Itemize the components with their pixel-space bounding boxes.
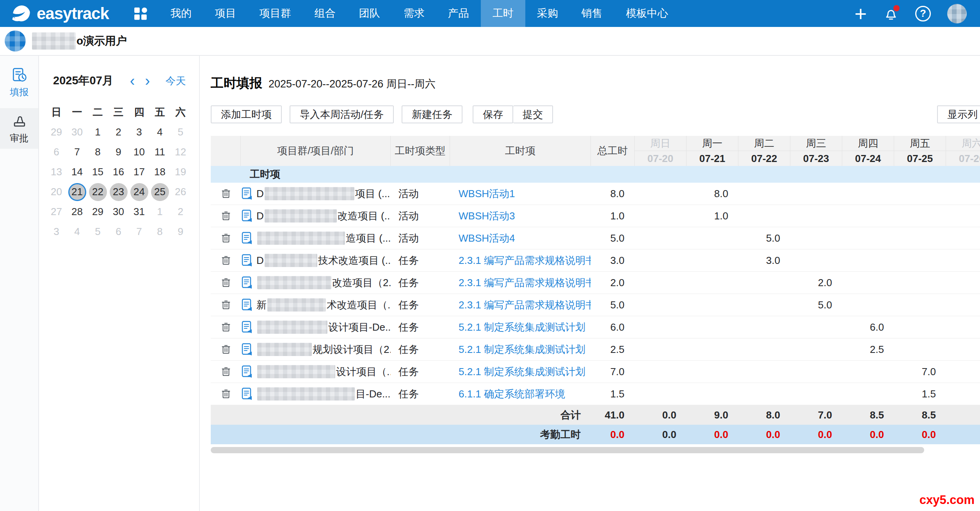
delete-row-button[interactable] <box>220 232 232 244</box>
nav-item-模板中心[interactable]: 模板中心 <box>614 0 680 27</box>
toolbar-button-提交[interactable]: 提交 <box>513 105 553 123</box>
sidebar-item-approval[interactable]: 审批 <box>0 108 38 149</box>
calendar-day[interactable]: 26 <box>170 182 191 202</box>
apps-grid-icon[interactable] <box>133 6 148 21</box>
calendar-prev-icon[interactable]: ‹ <box>130 75 135 87</box>
calendar-day[interactable]: 12 <box>170 142 191 162</box>
nav-item-工时[interactable]: 工时 <box>481 0 525 27</box>
day-hours-cell[interactable]: 7.0 <box>894 361 946 383</box>
calendar-day[interactable]: 2 <box>108 122 129 142</box>
nav-item-销售[interactable]: 销售 <box>570 0 614 27</box>
calendar-day[interactable]: 28 <box>67 202 87 222</box>
calendar-day[interactable]: 24 <box>129 182 149 202</box>
calendar-day[interactable]: 3 <box>129 122 149 142</box>
day-hours-cell[interactable]: 2.5 <box>842 338 894 361</box>
timesheet-item-link[interactable]: 2.3.1 编写产品需求规格说明书 <box>459 299 591 311</box>
notifications-bell-icon[interactable] <box>883 6 899 21</box>
calendar-day[interactable]: 7 <box>129 222 149 242</box>
user-avatar[interactable] <box>947 4 967 23</box>
timesheet-item-link[interactable]: 5.2.1 制定系统集成测试计划 <box>459 321 585 333</box>
calendar-next-icon[interactable]: › <box>145 75 150 87</box>
delete-row-button[interactable] <box>220 365 232 378</box>
calendar-day[interactable]: 14 <box>67 162 87 182</box>
delete-row-button[interactable] <box>220 210 232 222</box>
toolbar-button-保存[interactable]: 保存 <box>473 105 513 123</box>
calendar-day[interactable]: 1 <box>87 122 108 142</box>
calendar-day[interactable]: 9 <box>108 142 129 162</box>
calendar-day[interactable]: 13 <box>46 162 67 182</box>
calendar-day[interactable]: 10 <box>129 142 149 162</box>
calendar-day[interactable]: 8 <box>149 222 170 242</box>
calendar-day[interactable]: 15 <box>87 162 108 182</box>
delete-row-button[interactable] <box>220 187 232 200</box>
nav-item-我的[interactable]: 我的 <box>159 0 203 27</box>
avatar[interactable] <box>5 30 26 52</box>
delete-row-button[interactable] <box>220 321 232 333</box>
delete-row-button[interactable] <box>220 276 232 289</box>
add-icon[interactable]: + <box>854 6 867 21</box>
timesheet-item-link[interactable]: 5.2.1 制定系统集成测试计划 <box>459 344 585 355</box>
day-hours-cell[interactable]: 1.0 <box>687 205 738 227</box>
nav-item-采购[interactable]: 采购 <box>525 0 570 27</box>
delete-row-button[interactable] <box>220 343 232 356</box>
timesheet-item-link[interactable]: WBSH活动1 <box>459 188 515 199</box>
nav-item-团队[interactable]: 团队 <box>347 0 392 27</box>
help-icon[interactable]: ? <box>915 6 931 21</box>
delete-row-button[interactable] <box>220 388 232 400</box>
calendar-day[interactable]: 29 <box>46 122 67 142</box>
calendar-day[interactable]: 5 <box>170 122 191 142</box>
timesheet-item-link[interactable]: WBSH活动4 <box>459 232 515 244</box>
calendar-day[interactable]: 23 <box>108 182 129 202</box>
nav-item-项目群[interactable]: 项目群 <box>248 0 303 27</box>
calendar-day[interactable]: 25 <box>149 182 170 202</box>
nav-item-需求[interactable]: 需求 <box>392 0 436 27</box>
calendar-day[interactable]: 17 <box>129 162 149 182</box>
calendar-day[interactable]: 9 <box>170 222 191 242</box>
sidebar-item-fill-report[interactable]: 填报 <box>0 62 38 103</box>
calendar-day[interactable]: 6 <box>46 142 67 162</box>
calendar-day[interactable]: 29 <box>87 202 108 222</box>
day-hours-cell[interactable]: 5.0 <box>738 227 790 249</box>
calendar-day[interactable]: 4 <box>67 222 87 242</box>
day-hours-cell[interactable]: 1.5 <box>894 383 946 405</box>
delete-row-button[interactable] <box>220 299 232 311</box>
nav-item-产品[interactable]: 产品 <box>436 0 481 27</box>
calendar-day[interactable]: 2 <box>170 202 191 222</box>
day-hours-cell[interactable]: 8.0 <box>687 183 738 205</box>
calendar-day[interactable]: 19 <box>170 162 191 182</box>
timesheet-item-link[interactable]: 5.2.1 制定系统集成测试计划 <box>459 366 585 377</box>
calendar-day[interactable]: 11 <box>149 142 170 162</box>
timesheet-item-link[interactable]: 6.1.1 确定系统部署环境 <box>459 388 565 400</box>
calendar-day[interactable]: 8 <box>87 142 108 162</box>
delete-row-button[interactable] <box>220 254 232 267</box>
calendar-day[interactable]: 22 <box>87 182 108 202</box>
calendar-day[interactable]: 21 <box>67 182 87 202</box>
calendar-day[interactable]: 6 <box>108 222 129 242</box>
easytrack-logo[interactable]: easytrack <box>10 2 109 25</box>
day-hours-cell[interactable]: 6.0 <box>842 316 894 338</box>
calendar-day[interactable]: 18 <box>149 162 170 182</box>
toolbar-button-添加工时项[interactable]: 添加工时项 <box>211 105 282 123</box>
toolbar-button-导入本周活动/任务[interactable]: 导入本周活动/任务 <box>290 105 394 123</box>
scrollbar-thumb[interactable] <box>211 447 924 453</box>
calendar-day[interactable]: 27 <box>46 202 67 222</box>
calendar-day[interactable]: 7 <box>67 142 87 162</box>
day-hours-cell[interactable]: 5.0 <box>790 294 842 316</box>
calendar-day[interactable]: 31 <box>129 202 149 222</box>
toolbar-button-新建任务[interactable]: 新建任务 <box>402 105 462 123</box>
timesheet-item-link[interactable]: WBSH活动3 <box>459 210 515 222</box>
calendar-day[interactable]: 3 <box>46 222 67 242</box>
day-hours-cell[interactable]: 2.0 <box>790 272 842 294</box>
day-hours-cell[interactable]: 3.0 <box>738 249 790 272</box>
timesheet-item-link[interactable]: 2.3.1 编写产品需求规格说明书 <box>459 277 591 288</box>
calendar-day[interactable]: 16 <box>108 162 129 182</box>
nav-item-组合[interactable]: 组合 <box>303 0 347 27</box>
calendar-day[interactable]: 30 <box>67 122 87 142</box>
calendar-day[interactable]: 4 <box>149 122 170 142</box>
calendar-day[interactable]: 1 <box>149 202 170 222</box>
calendar-day[interactable]: 5 <box>87 222 108 242</box>
timesheet-item-link[interactable]: 2.3.1 编写产品需求规格说明书 <box>459 255 591 266</box>
nav-item-项目[interactable]: 项目 <box>203 0 248 27</box>
calendar-day[interactable]: 20 <box>46 182 67 202</box>
calendar-today-button[interactable]: 今天 <box>165 74 186 88</box>
